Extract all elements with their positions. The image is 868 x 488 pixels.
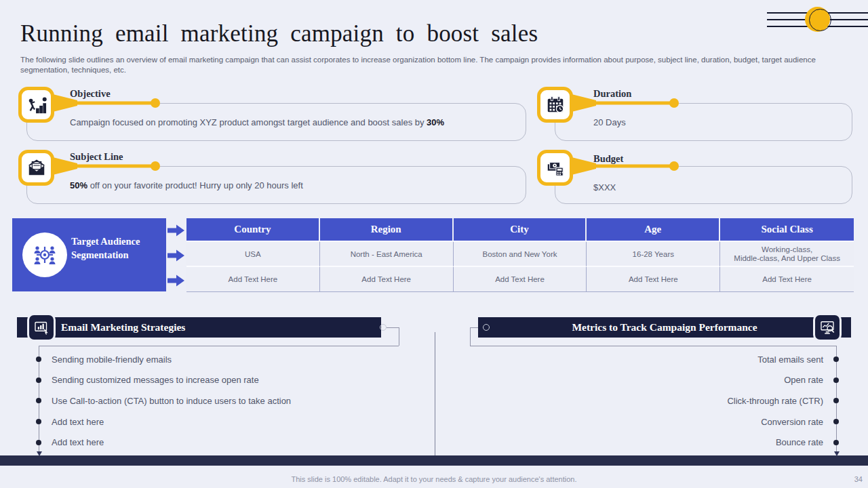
strategies-icon-frame bbox=[27, 313, 56, 342]
bullet-icon bbox=[833, 398, 839, 403]
list-item-label: Bounce rate bbox=[776, 437, 823, 447]
col-header-age: Age bbox=[587, 218, 720, 242]
metrics-icon-frame bbox=[813, 313, 842, 342]
objective-text: Campaign focused on promoting XYZ produc… bbox=[70, 117, 444, 127]
audience-target-icon bbox=[30, 240, 60, 270]
list-item: Sending mobile-friendly emails bbox=[36, 349, 416, 370]
connector-line bbox=[39, 346, 399, 346]
objective-label: Objective bbox=[70, 88, 111, 100]
money-calculator-icon bbox=[545, 158, 566, 178]
budget-icon-frame bbox=[537, 150, 573, 186]
col-header-social-class: Social Class bbox=[720, 218, 854, 242]
cell-placeholder[interactable]: Add Text Here bbox=[186, 267, 320, 292]
connector-line bbox=[387, 327, 399, 328]
objective-icon-frame bbox=[18, 87, 54, 123]
duration-icon-frame bbox=[537, 87, 573, 123]
table-row: Add Text Here Add Text Here Add Text Her… bbox=[186, 267, 854, 292]
bullet-icon bbox=[36, 398, 41, 403]
list-item-label: Use Call-to-action (CTA) button to induc… bbox=[52, 396, 291, 406]
table-header-row: Country Region City Age Social Class bbox=[186, 218, 854, 242]
cell-placeholder[interactable]: Add Text Here bbox=[320, 267, 454, 292]
list-item: Use Call-to-action (CTA) button to induc… bbox=[36, 390, 416, 411]
col-header-region: Region bbox=[320, 218, 454, 242]
metrics-list: Total emails sent Open rate Click-throug… bbox=[568, 349, 839, 453]
list-item: Bounce rate bbox=[568, 432, 839, 453]
list-item-label[interactable]: Add text here bbox=[52, 417, 104, 427]
cell-country: USA bbox=[186, 242, 320, 267]
segmentation-label: Target Audience Segmentation bbox=[71, 235, 156, 262]
metrics-header-bar: Metrics to Track Campaign Performance bbox=[478, 317, 851, 338]
metrics-title: Metrics to Track Campaign Performance bbox=[478, 317, 851, 338]
strategies-title: Email Marketing Strategies bbox=[17, 317, 381, 338]
bullet-icon bbox=[36, 378, 41, 383]
col-header-country: Country bbox=[186, 218, 320, 242]
segmentation-panel: Target Audience Segmentation bbox=[12, 218, 166, 291]
section-divider bbox=[435, 332, 435, 466]
cell-city: Boston and New York bbox=[454, 242, 587, 267]
budget-pointer bbox=[572, 156, 680, 176]
list-item-label: Sending mobile-friendly emails bbox=[52, 354, 172, 365]
down-arrow-icon bbox=[834, 451, 840, 456]
subject-line-icon-frame bbox=[18, 150, 54, 186]
subject-line-text: 50% off on your favorite product! Hurry … bbox=[70, 180, 303, 190]
list-item-label: Click-through rate (CTR) bbox=[727, 396, 823, 406]
budget-text: $XXX bbox=[593, 182, 616, 192]
list-item: Add text here bbox=[36, 432, 416, 453]
cell-social-class: Working-class, Middle-class, And Upper C… bbox=[720, 242, 854, 267]
connector-line bbox=[470, 327, 471, 346]
budget-label: Budget bbox=[593, 153, 623, 165]
list-item: Conversion rate bbox=[568, 411, 839, 432]
cell-placeholder[interactable]: Add Text Here bbox=[454, 267, 587, 292]
segmentation-icon-circle bbox=[22, 232, 67, 277]
bullet-icon bbox=[833, 378, 839, 383]
list-item-label: Conversion rate bbox=[761, 417, 823, 427]
arrow-right-icon bbox=[167, 223, 185, 238]
metrics-connector-ring bbox=[483, 324, 490, 331]
bottom-bar bbox=[0, 455, 868, 466]
calendar-clock-icon bbox=[545, 95, 566, 115]
page-subtitle: The following slide outlines an overview… bbox=[20, 55, 827, 75]
list-item-label[interactable]: Add text here bbox=[52, 437, 104, 447]
cell-placeholder[interactable]: Add Text Here bbox=[720, 267, 854, 292]
person-climbing-goal-icon bbox=[26, 95, 47, 115]
page-title: Running email marketing campaign to boos… bbox=[20, 20, 538, 47]
cell-region: North - East America bbox=[320, 242, 454, 267]
objective-text-body: Campaign focused on promoting XYZ produc… bbox=[70, 117, 427, 127]
duration-text: 20 Days bbox=[593, 117, 626, 127]
list-item-label: Total emails sent bbox=[757, 354, 823, 365]
list-item-label: Open rate bbox=[784, 375, 823, 385]
connector-line bbox=[470, 346, 836, 346]
list-item: Click-through rate (CTR) bbox=[568, 390, 839, 411]
bullet-icon bbox=[36, 419, 41, 424]
down-arrow-icon bbox=[37, 451, 42, 456]
subject-line-text-bold: 50% bbox=[70, 180, 87, 190]
subject-line-label: Subject Line bbox=[70, 151, 123, 163]
bullet-icon bbox=[833, 440, 839, 445]
list-item: Add text here bbox=[36, 411, 416, 432]
open-envelope-icon bbox=[26, 158, 47, 178]
monitor-magnifier-icon bbox=[819, 319, 835, 336]
strategies-connector-ring bbox=[380, 324, 387, 331]
bullet-icon bbox=[833, 419, 839, 424]
arrow-right-icon bbox=[167, 248, 185, 263]
col-header-city: City bbox=[454, 218, 587, 242]
bullet-icon bbox=[36, 357, 41, 362]
connector-line bbox=[399, 327, 399, 346]
list-item: Total emails sent bbox=[568, 349, 839, 370]
subject-line-text-body: off on your favorite product! Hurry up o… bbox=[87, 180, 303, 190]
cell-age: 16-28 Years bbox=[587, 242, 720, 267]
cell-placeholder[interactable]: Add Text Here bbox=[587, 267, 720, 292]
bullet-icon bbox=[36, 440, 41, 445]
strategies-list: Sending mobile-friendly emails Sending c… bbox=[36, 349, 416, 453]
email-chart-icon bbox=[33, 319, 50, 336]
arrow-right-icon bbox=[167, 273, 185, 288]
table-row: USA North - East America Boston and New … bbox=[186, 242, 854, 267]
audience-table: Country Region City Age Social Class USA… bbox=[186, 218, 854, 292]
page-number: 34 bbox=[854, 475, 863, 483]
strategies-header-bar: Email Marketing Strategies bbox=[17, 317, 381, 338]
list-item-label: Sending customized messages to increase … bbox=[52, 375, 259, 385]
decor-ring-circle bbox=[809, 9, 831, 31]
list-item: Sending customized messages to increase … bbox=[36, 370, 416, 391]
list-item: Open rate bbox=[568, 370, 839, 391]
bullet-icon bbox=[833, 357, 839, 362]
